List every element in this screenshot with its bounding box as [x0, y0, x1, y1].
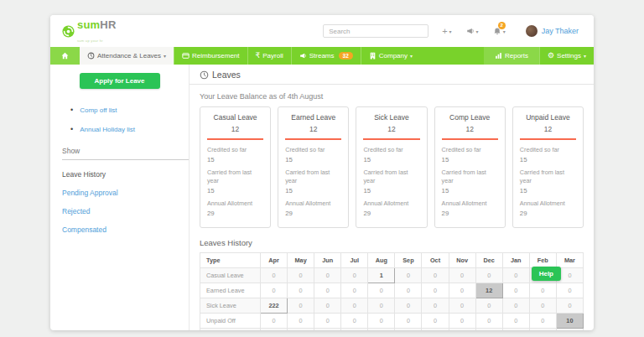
carried-label: Carried from last year [207, 168, 263, 184]
main-navbar: Attendance & Leaves▾Reimbursement₹Payrol… [50, 47, 594, 65]
page-header: Leaves [190, 65, 594, 85]
nav-item-label: Streams [309, 52, 335, 60]
history-column-header: Type [200, 253, 261, 268]
leave-count-cell: 0 [261, 268, 288, 283]
history-column-header: Aug [368, 253, 395, 268]
allotment-label: Annual Allotment [285, 200, 341, 207]
carried-label: Carried from last year [285, 168, 341, 184]
leave-count-cell: 0 [314, 329, 341, 330]
credited-value: 15 [285, 156, 341, 163]
leave-count-cell: 0 [422, 314, 449, 329]
nav-item-company[interactable]: Company▾ [361, 47, 420, 65]
carried-label: Carried from last year [363, 168, 419, 184]
leave-balance-cards: Casual Leave12Credited so far15Carried f… [200, 106, 584, 228]
history-column-header: Apr [261, 253, 288, 268]
sidebar-filters: Leave HistoryPending ApprovalRejectedCom… [50, 170, 189, 234]
nav-item-label: Reimbursement [192, 52, 239, 60]
leaves-history-title: Leaves History [200, 238, 584, 247]
accent-divider [285, 138, 341, 140]
leave-count-cell: 0 [368, 329, 395, 330]
leave-count-cell: 0 [368, 298, 395, 314]
quick-add-button[interactable]: + ▾ [442, 27, 451, 36]
user-name: Jay Thaker [542, 27, 579, 35]
leave-count-cell: 0 [395, 329, 422, 330]
leave-card-unpaid-leave: Unpaid Leave12Credited so far15Carried f… [512, 106, 584, 228]
notifications-button[interactable]: 2 ▾ [493, 27, 506, 36]
table-row: Unpaid Off0000000000010 [200, 314, 584, 329]
leave-count-cell: 0 [529, 314, 556, 329]
sidebar-links: Comp off listAnnual Holiday list [50, 106, 189, 133]
nav-item-attendance-leaves[interactable]: Attendance & Leaves▾ [80, 47, 174, 65]
leave-count-cell: 0 [314, 298, 341, 314]
leave-count-cell: 0 [395, 314, 422, 329]
history-column-header: Sep [395, 253, 422, 268]
carried-label: Carried from last year [442, 168, 498, 184]
user-menu[interactable]: Jay Thaker [526, 25, 579, 37]
help-button[interactable]: Help [532, 267, 561, 281]
nav-item-streams[interactable]: Streams32 [291, 47, 361, 65]
chevron-down-icon: ▾ [449, 29, 452, 34]
carried-label: Carried from last year [520, 168, 576, 184]
leave-count-cell: 0 [449, 314, 475, 329]
notification-badge: 2 [498, 22, 506, 29]
leave-count-cell: 0 [529, 298, 556, 314]
leave-count-cell: 0 [502, 268, 529, 283]
history-column-header: May [288, 253, 314, 268]
accent-divider [207, 138, 263, 140]
show-label: Show [62, 147, 189, 155]
navbar-spacer [420, 47, 484, 65]
leave-count-cell: 0 [261, 314, 288, 329]
sumhr-logo[interactable]: sumHR sum up your hr [62, 18, 117, 44]
leave-count-cell: 222 [261, 298, 288, 314]
leave-count-cell: 0 [341, 283, 368, 298]
leave-type-cell: Comp Off [200, 329, 261, 330]
history-column-header: Oct [422, 253, 449, 268]
allotment-label: Annual Allotment [207, 200, 263, 207]
sidebar-link-comp-off-list[interactable]: Comp off list [70, 106, 189, 114]
nav-item-label: Payroll [262, 52, 283, 60]
leave-card-title: Sick Leave [363, 113, 419, 122]
credited-label: Credited so far [363, 146, 419, 153]
allotment-label: Annual Allotment [442, 200, 498, 207]
avatar [526, 25, 538, 37]
sidebar-filter-leave-history[interactable]: Leave History [62, 170, 189, 179]
leave-count-cell: 0 [475, 298, 502, 314]
leave-count-cell: 0 [422, 283, 449, 298]
search-input[interactable] [323, 24, 428, 38]
nav-item-home[interactable] [50, 47, 80, 65]
leave-card-earned-leave: Earned Leave12Credited so far15Carried f… [278, 106, 349, 228]
accent-divider [442, 138, 498, 140]
clock-icon [200, 70, 209, 80]
leave-count-cell: 0 [556, 283, 583, 298]
leave-count-cell: 0 [395, 268, 422, 283]
megaphone-icon [299, 52, 307, 60]
sidebar-filter-rejected[interactable]: Rejected [62, 207, 189, 215]
credited-label: Credited so far [285, 146, 341, 153]
allotment-label: Annual Allotment [363, 200, 419, 207]
sidebar-filter-pending-approval[interactable]: Pending Approval [62, 189, 189, 197]
leave-count-cell: 0 [449, 283, 475, 298]
nav-item-payroll[interactable]: ₹Payroll [247, 47, 291, 65]
apply-for-leave-button[interactable]: Apply for Leave [80, 73, 160, 89]
history-column-header: Dec [475, 253, 502, 268]
leave-count-cell: 0 [422, 329, 449, 330]
leave-count-cell: 0 [341, 268, 368, 283]
leave-count-cell: 0 [314, 283, 341, 298]
carried-value: 15 [520, 187, 576, 194]
allotment-value: 29 [207, 210, 263, 217]
sidebar-link-annual-holiday-list[interactable]: Annual Holiday list [70, 125, 189, 133]
announcements-button[interactable]: ▾ [466, 27, 479, 35]
nav-item-reimbursement[interactable]: Reimbursement [174, 47, 247, 65]
plus-icon: + [442, 27, 447, 36]
nav-item-reports[interactable]: Reports [484, 47, 539, 65]
credited-value: 15 [363, 156, 419, 163]
building-icon [369, 52, 377, 60]
chevron-down-icon: ▾ [476, 29, 479, 34]
credited-value: 15 [207, 156, 263, 163]
nav-item-settings[interactable]: ⚙Settings▾ [539, 47, 594, 65]
sidebar-filter-compensated[interactable]: Compensated [62, 226, 189, 234]
leave-count-cell: 0 [341, 329, 368, 330]
table-row: Comp Off000000000000 [200, 329, 584, 330]
leave-count-cell: 0 [422, 268, 449, 283]
leave-card-casual-leave: Casual Leave12Credited so far15Carried f… [200, 106, 271, 228]
